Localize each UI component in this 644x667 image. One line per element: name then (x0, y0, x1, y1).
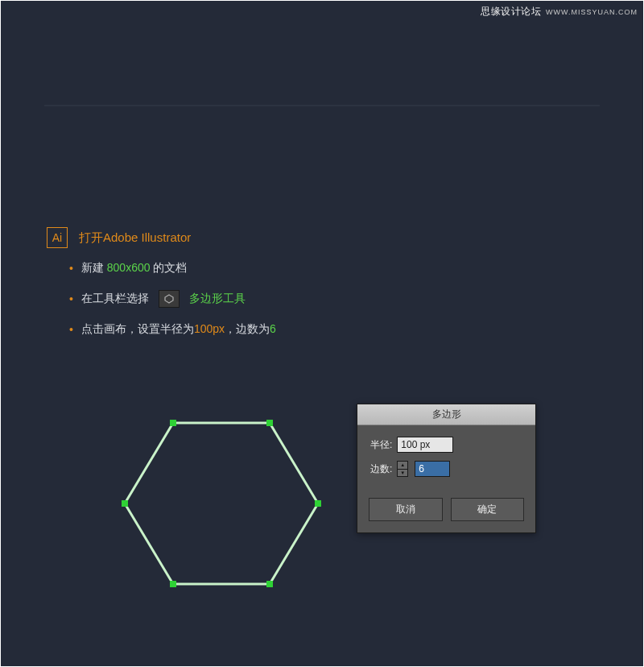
bullet-1-post: 的文档 (153, 261, 187, 274)
title-row: Ai 打开Adobe Illustrator (47, 227, 276, 248)
section-divider (44, 105, 600, 106)
watermark-cn: 思缘设计论坛 (481, 5, 541, 19)
bullet-2-pre: 在工具栏选择 (81, 292, 149, 306)
sides-input[interactable]: 6 (415, 461, 450, 477)
svg-marker-0 (165, 295, 173, 303)
radius-row: 半径: 100 px (370, 437, 522, 453)
sides-row: 边数: ▲ ▼ 6 (370, 461, 522, 477)
title: 打开Adobe Illustrator (79, 230, 191, 246)
anchor-point (266, 581, 273, 587)
sides-stepper[interactable]: ▲ ▼ (397, 461, 408, 477)
polygon-dialog: 多边形 半径: 100 px 边数: ▲ ▼ 6 取消 确定 (357, 404, 536, 533)
bullet-3-mid: ，边数为 (225, 322, 270, 335)
bullet-2: • 在工具栏选择 多边形工具 (69, 290, 276, 308)
instruction-block: Ai 打开Adobe Illustrator • 新建 800x600 的文档 … (47, 227, 276, 351)
sides-label: 边数: (370, 462, 392, 476)
bullet-1: • 新建 800x600 的文档 (69, 261, 276, 276)
bullet-dot-icon: • (69, 263, 73, 274)
dialog-title: 多边形 (357, 404, 535, 425)
hexagon-anchors (122, 420, 321, 587)
bullet-1-pre: 新建 (81, 261, 104, 274)
anchor-point (315, 500, 321, 507)
bullet-list: • 新建 800x600 的文档 • 在工具栏选择 多边形工具 • (47, 261, 276, 337)
bullet-3: • 点击画布，设置半径为100px，边数为6 (69, 322, 276, 337)
bullet-dot-icon: • (69, 293, 73, 304)
bullet-3-radius: 100px (194, 322, 225, 335)
polygon-tool-icon (159, 290, 180, 308)
watermark-url: WWW.MISSYUAN.COM (546, 8, 638, 16)
dialog-body: 半径: 100 px 边数: ▲ ▼ 6 (357, 425, 535, 493)
anchor-point (170, 581, 176, 587)
cancel-button[interactable]: 取消 (369, 498, 443, 521)
bullet-3-sides: 6 (270, 322, 276, 335)
bullet-1-dim: 800x600 (107, 261, 151, 274)
anchor-point (266, 420, 273, 426)
bullet-dot-icon: • (69, 324, 73, 335)
stepper-up-icon[interactable]: ▲ (398, 462, 407, 470)
radius-input[interactable]: 100 px (397, 437, 453, 453)
dialog-buttons: 取消 确定 (357, 493, 535, 532)
hexagon-svg (121, 399, 322, 608)
ai-icon-label: Ai (52, 231, 62, 244)
stepper-down-icon[interactable]: ▼ (398, 470, 407, 477)
anchor-point (122, 500, 128, 507)
hexagon-shape (125, 423, 318, 584)
anchor-point (170, 420, 176, 426)
watermark: 思缘设计论坛 WWW.MISSYUAN.COM (481, 5, 638, 19)
hexagon-preview (121, 399, 322, 608)
radius-label: 半径: (370, 438, 392, 452)
bullet-2-tool: 多边形工具 (189, 292, 246, 306)
bullet-3-pre: 点击画布，设置半径为 (81, 322, 194, 335)
adobe-illustrator-icon: Ai (47, 227, 68, 248)
ok-button[interactable]: 确定 (451, 498, 525, 521)
